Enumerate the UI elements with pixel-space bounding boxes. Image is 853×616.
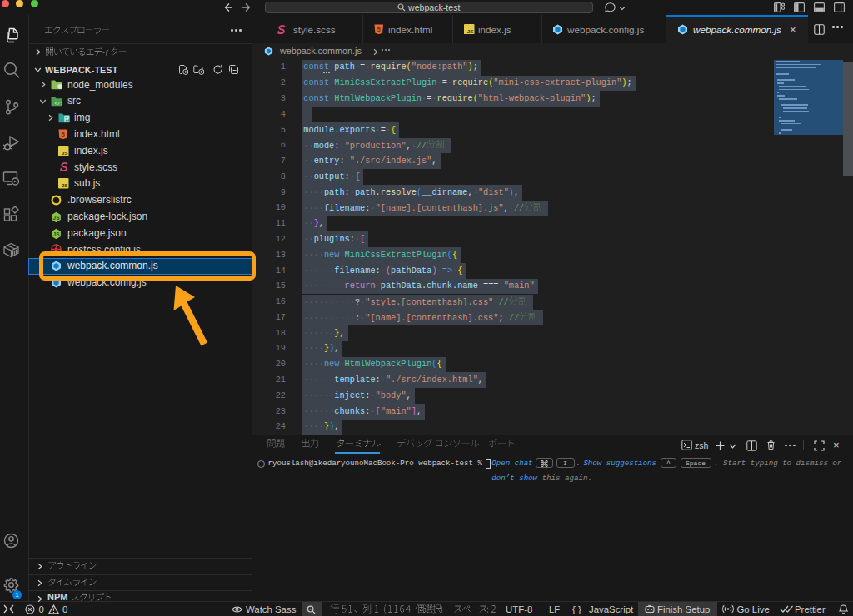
svg-text:JS: JS <box>467 28 474 34</box>
svg-text:5: 5 <box>377 26 382 33</box>
svg-text:5: 5 <box>62 131 66 138</box>
svg-text:</>: </> <box>54 101 62 107</box>
svg-text:JS: JS <box>62 150 68 156</box>
svg-text:JS: JS <box>53 214 61 220</box>
svg-text:JS: JS <box>53 231 61 236</box>
svg-text:JS: JS <box>62 182 68 188</box>
